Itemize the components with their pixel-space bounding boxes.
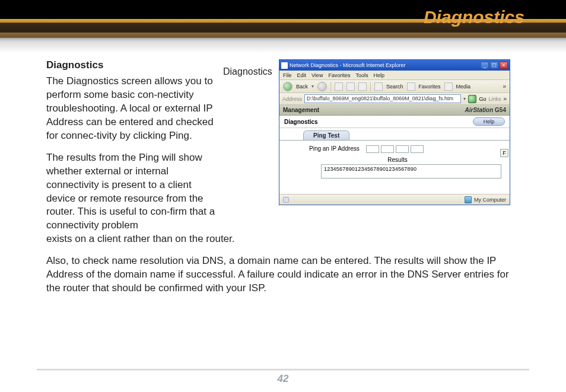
back-label[interactable]: Back	[296, 84, 308, 90]
ie-status-bar: My Computer	[279, 194, 510, 205]
figure-caption: Diagnostics	[223, 66, 272, 77]
my-computer-icon	[465, 196, 472, 203]
ie-viewport: Management AirStation G54 Diagnostics He…	[279, 105, 510, 194]
minimize-button[interactable]: _	[481, 62, 489, 69]
forward-icon[interactable]	[317, 82, 327, 91]
header-band: Diagnostics	[0, 0, 566, 53]
go-icon[interactable]	[468, 95, 476, 103]
address-label: Address	[282, 96, 302, 102]
refresh-icon[interactable]	[346, 82, 355, 91]
address-input[interactable]: D:\buffalo_8069M_eng0821\buffalo_8069M_0…	[304, 94, 461, 103]
media-icon[interactable]	[444, 82, 453, 91]
back-icon[interactable]	[283, 82, 292, 91]
window-buttons: _ □ ×	[481, 62, 508, 69]
maximize-button[interactable]: □	[490, 62, 498, 69]
status-left-icon	[283, 197, 289, 203]
tab-management[interactable]: Management	[283, 107, 319, 113]
ie-address-bar: Address D:\buffalo_8069M_eng0821\buffalo…	[279, 93, 510, 105]
diagnostics-label: Diagnostics	[284, 119, 318, 125]
ie-toolbar: Back ▾ Search Favorites Media »	[279, 80, 510, 93]
ie-logo-icon	[281, 62, 288, 69]
home-icon[interactable]	[358, 82, 367, 91]
ping-ip-label: Ping an IP Address	[309, 145, 360, 152]
paragraph-3: Also, to check name resolution via DNS, …	[46, 254, 524, 295]
ie-menubar: File Edit View Favorites Tools Help	[279, 71, 510, 80]
search-label[interactable]: Search	[386, 84, 403, 90]
menu-favorites[interactable]: Favorites	[328, 72, 350, 78]
ip-octet-3[interactable]	[396, 145, 409, 153]
go-label[interactable]: Go	[479, 96, 486, 102]
status-zone: My Computer	[474, 197, 506, 203]
menu-help[interactable]: Help	[373, 72, 384, 78]
results-output: 123456789012345678901234567890	[321, 164, 501, 179]
ping-tab-row: Ping Test	[279, 128, 510, 140]
menu-tools[interactable]: Tools	[355, 72, 368, 78]
media-label[interactable]: Media	[456, 84, 471, 90]
help-button[interactable]: Help	[473, 117, 505, 126]
ip-octet-4[interactable]	[411, 145, 424, 153]
screenshot-ie-window: Network Diagnostics - Microsoft Internet…	[279, 59, 510, 205]
page-title: Diagnostics	[424, 7, 524, 27]
ping-panel: Ping an IP Address F Results 12345678901…	[279, 140, 510, 179]
footer-rule	[37, 369, 529, 371]
brand-logo: AirStation G54	[465, 107, 506, 113]
results-label: Results	[309, 157, 510, 163]
management-tab-bar: Management AirStation G54	[279, 105, 510, 116]
close-button[interactable]: ×	[500, 62, 508, 69]
diagnostics-header-row: Diagnostics Help	[279, 116, 510, 128]
ip-octet-1[interactable]	[366, 145, 379, 153]
paragraph-1: The Diagnostics screen allows you to per…	[46, 75, 221, 143]
favorites-icon[interactable]	[407, 82, 415, 91]
paragraph-2a: The results from the Ping will show whet…	[46, 151, 221, 233]
paragraph-2b: exists on a client rather than on the ro…	[46, 232, 266, 246]
window-title: Network Diagnostics - Microsoft Internet…	[290, 62, 406, 68]
ie-titlebar: Network Diagnostics - Microsoft Internet…	[279, 60, 510, 71]
ip-octet-2[interactable]	[381, 145, 394, 153]
page-number: 42	[0, 373, 566, 385]
ip-octet-inputs	[366, 145, 424, 153]
menu-view[interactable]: View	[311, 72, 323, 78]
stop-icon[interactable]	[335, 82, 343, 91]
menu-file[interactable]: File	[283, 72, 292, 78]
menu-edit[interactable]: Edit	[297, 72, 307, 78]
links-label[interactable]: Links	[488, 96, 501, 102]
search-icon[interactable]	[374, 82, 383, 91]
page-footer: 42	[0, 369, 566, 385]
ping-submit-button[interactable]: F	[500, 149, 508, 157]
favorites-label[interactable]: Favorites	[419, 84, 441, 90]
tab-ping-test[interactable]: Ping Test	[303, 130, 349, 140]
page-content: Diagnostics Diagnostics Network Diagnost…	[0, 53, 566, 295]
